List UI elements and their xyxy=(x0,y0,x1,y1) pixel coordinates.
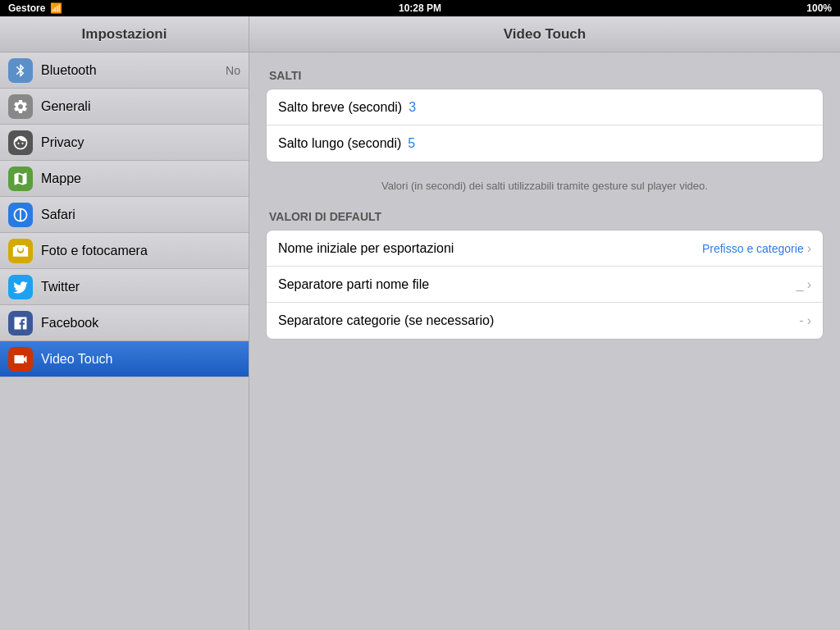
salti-hint: Valori (in secondi) dei salti utilizzabi… xyxy=(266,179,824,194)
twitter-label: Twitter xyxy=(41,280,240,294)
sidebar: Impostazioni Bluetooth No Generali xyxy=(0,16,249,630)
content-title: Video Touch xyxy=(504,26,586,43)
privacy-icon xyxy=(8,130,33,155)
section-valori-title: Valori di default xyxy=(266,210,824,223)
foto-label: Foto e fotocamera xyxy=(41,244,240,258)
generali-label: Generali xyxy=(41,99,240,114)
bluetooth-label: Bluetooth xyxy=(41,63,226,78)
row-salto-breve[interactable]: Salto breve (secondi) 3 xyxy=(267,89,823,126)
sidebar-item-facebook[interactable]: Facebook xyxy=(0,305,249,341)
separatore-categorie-right: - › xyxy=(799,313,811,328)
bluetooth-icon xyxy=(8,58,33,83)
separatore-parti-value: _ xyxy=(797,277,804,292)
generali-icon xyxy=(8,94,33,119)
sidebar-item-bluetooth[interactable]: Bluetooth No xyxy=(0,52,249,89)
facebook-label: Facebook xyxy=(41,316,240,331)
card-salti: Salto breve (secondi) 3 Salto lungo (sec… xyxy=(266,89,824,162)
row-separatore-categorie[interactable]: Separatore categorie (se necessario) - › xyxy=(267,303,823,339)
privacy-label: Privacy xyxy=(41,135,240,150)
section-salti-title: Salti xyxy=(266,69,824,82)
content-panel: Video Touch Salti Salto breve (secondi) … xyxy=(249,16,840,630)
row-salto-lungo[interactable]: Salto lungo (secondi) 5 xyxy=(267,126,823,162)
videotouch-label: Video Touch xyxy=(41,352,240,367)
status-left: Gestore 📶 xyxy=(8,2,62,14)
battery-indicator: 100% xyxy=(806,2,832,14)
chevron-icon-1: › xyxy=(807,241,811,256)
nome-iniziale-label: Nome iniziale per esportazioni xyxy=(278,241,454,256)
main-layout: Impostazioni Bluetooth No Generali xyxy=(0,16,840,630)
mappe-label: Mappe xyxy=(41,171,240,186)
separatore-parti-right: _ › xyxy=(797,277,811,292)
row-separatore-parti[interactable]: Separatore parti nome file _ › xyxy=(267,267,823,303)
status-bar: Gestore 📶 10:28 PM 100% xyxy=(0,0,840,16)
chevron-icon-3: › xyxy=(807,313,811,328)
sidebar-item-privacy[interactable]: Privacy xyxy=(0,125,249,161)
sidebar-item-generali[interactable]: Generali xyxy=(0,89,249,125)
card-valori: Nome iniziale per esportazioni Prefisso … xyxy=(266,230,824,340)
nome-iniziale-right: Prefisso e categorie › xyxy=(702,241,811,256)
content-body: Salti Salto breve (secondi) 3 Salto lung… xyxy=(249,52,840,630)
salto-lungo-label: Salto lungo (secondi) xyxy=(278,136,401,151)
foto-icon xyxy=(8,239,33,263)
nome-iniziale-value: Prefisso e categorie xyxy=(702,242,804,255)
sidebar-item-foto[interactable]: Foto e fotocamera xyxy=(0,233,249,269)
sidebar-list: Bluetooth No Generali Privacy xyxy=(0,52,249,630)
salto-breve-label: Salto breve (secondi) xyxy=(278,100,402,115)
separatore-categorie-value: - xyxy=(799,313,803,328)
twitter-icon xyxy=(8,275,33,299)
safari-icon xyxy=(8,203,33,227)
battery-label: 100% xyxy=(806,2,832,14)
status-time: 10:28 PM xyxy=(399,2,441,14)
sidebar-header: Impostazioni xyxy=(0,16,249,52)
salto-breve-value: 3 xyxy=(409,100,416,115)
content-header: Video Touch xyxy=(249,16,840,52)
carrier-label: Gestore xyxy=(8,2,45,14)
chevron-icon-2: › xyxy=(807,277,811,292)
videotouch-icon xyxy=(8,347,33,372)
wifi-icon: 📶 xyxy=(50,2,62,14)
bluetooth-value: No xyxy=(226,64,240,77)
sidebar-item-mappe[interactable]: Mappe xyxy=(0,161,249,197)
mappe-icon xyxy=(8,167,33,191)
sidebar-item-videotouch[interactable]: Video Touch xyxy=(0,341,249,377)
sidebar-item-twitter[interactable]: Twitter xyxy=(0,269,249,305)
salto-lungo-value: 5 xyxy=(408,136,415,151)
sidebar-item-safari[interactable]: Safari xyxy=(0,197,249,233)
separatore-categorie-label: Separatore categorie (se necessario) xyxy=(278,313,494,328)
row-nome-iniziale[interactable]: Nome iniziale per esportazioni Prefisso … xyxy=(267,231,823,267)
sidebar-title: Impostazioni xyxy=(82,26,167,43)
separatore-parti-label: Separatore parti nome file xyxy=(278,277,429,292)
facebook-icon xyxy=(8,311,33,336)
safari-label: Safari xyxy=(41,208,240,222)
